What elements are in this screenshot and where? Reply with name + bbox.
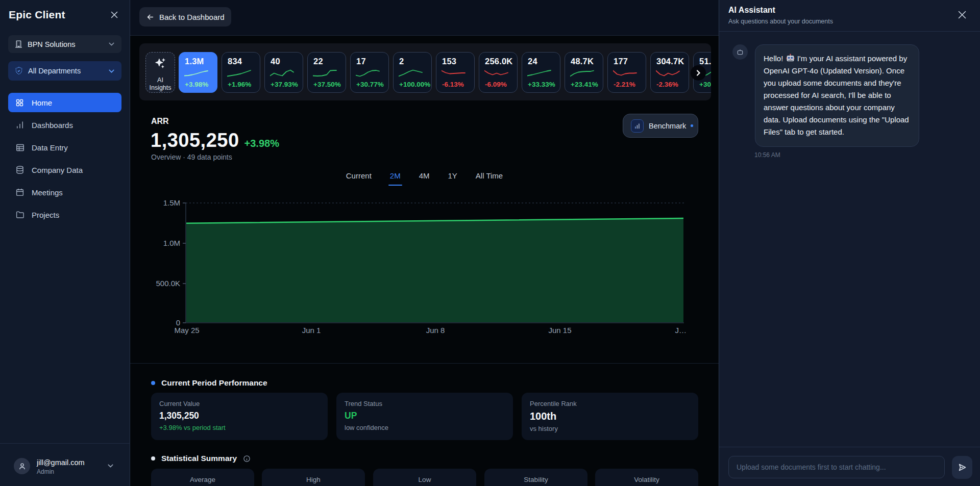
svg-text:500.0K: 500.0K	[156, 279, 180, 288]
svg-text:May 25: May 25	[174, 326, 199, 335]
svg-text:Jun 8: Jun 8	[426, 326, 445, 335]
svg-text:J…: J…	[675, 326, 687, 335]
svg-text:1.0M: 1.0M	[163, 239, 180, 247]
svg-text:1.5M: 1.5M	[163, 198, 180, 207]
svg-text:Jun 1: Jun 1	[302, 326, 321, 335]
svg-text:Jun 15: Jun 15	[548, 326, 571, 335]
